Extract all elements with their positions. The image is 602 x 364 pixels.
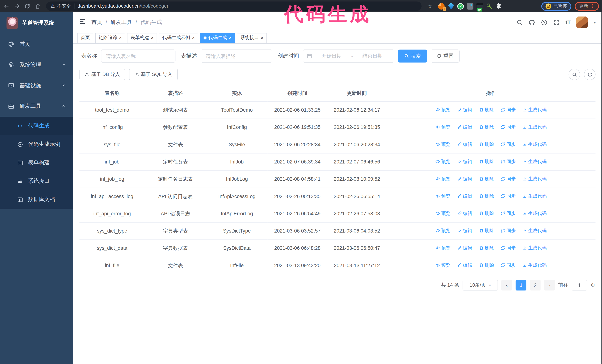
- preview-link[interactable]: 预览: [435, 261, 451, 269]
- toggle-search-button[interactable]: [569, 69, 580, 80]
- sidebar-item-system[interactable]: 系统管理: [0, 54, 73, 75]
- tab-close-icon[interactable]: ×: [229, 36, 232, 40]
- search-icon[interactable]: [516, 19, 523, 26]
- delete-link[interactable]: 删除: [479, 192, 494, 200]
- tab-close-icon[interactable]: ×: [192, 36, 195, 40]
- security-chip[interactable]: ⚠ 不安全: [51, 3, 71, 10]
- extension-grid-icon[interactable]: [467, 3, 473, 10]
- sync-link[interactable]: 同步: [501, 210, 516, 217]
- page-size-select[interactable]: 10条/页 ▾: [463, 280, 498, 291]
- tab-tracing[interactable]: 链路追踪×: [95, 33, 125, 43]
- next-page-button[interactable]: ›: [544, 280, 555, 291]
- extension-key-icon[interactable]: [486, 3, 493, 10]
- sync-link[interactable]: 同步: [501, 227, 516, 234]
- delete-link[interactable]: 删除: [479, 141, 494, 148]
- search-button[interactable]: 搜索: [398, 49, 427, 62]
- sidebar-item-infra[interactable]: 基础设施: [0, 75, 73, 96]
- font-size-icon[interactable]: tT: [566, 19, 571, 25]
- generate-code-link[interactable]: 生成代码: [522, 261, 547, 269]
- preview-link[interactable]: 预览: [435, 210, 451, 217]
- generate-code-link[interactable]: 生成代码: [522, 123, 547, 131]
- generate-code-link[interactable]: 生成代码: [522, 227, 547, 234]
- delete-link[interactable]: 删除: [479, 158, 494, 165]
- edit-link[interactable]: 编辑: [457, 227, 472, 234]
- delete-link[interactable]: 删除: [479, 244, 494, 252]
- preview-link[interactable]: 预览: [435, 141, 451, 148]
- sidebar-item-db-docs[interactable]: 数据库文档: [0, 190, 73, 209]
- edit-link[interactable]: 编辑: [457, 261, 472, 269]
- generate-code-link[interactable]: 生成代码: [522, 175, 547, 183]
- edit-link[interactable]: 编辑: [457, 175, 472, 183]
- edit-link[interactable]: 编辑: [457, 123, 472, 131]
- caret-down-icon[interactable]: ▾: [594, 20, 596, 25]
- import-db-button[interactable]: 基于 DB 导入: [79, 69, 125, 80]
- generate-code-link[interactable]: 生成代码: [522, 158, 547, 165]
- prev-page-button[interactable]: ‹: [501, 280, 512, 291]
- sync-link[interactable]: 同步: [501, 244, 516, 252]
- sidebar-item-system-api[interactable]: 系统接口: [0, 172, 73, 190]
- tab-home[interactable]: 首页: [77, 33, 93, 43]
- page-button-2[interactable]: 2: [530, 280, 540, 291]
- delete-link[interactable]: 删除: [479, 106, 494, 114]
- delete-link[interactable]: 删除: [479, 175, 494, 183]
- github-icon[interactable]: [529, 19, 535, 26]
- reset-button[interactable]: 重置: [431, 49, 460, 62]
- bookmark-star-icon[interactable]: ☆: [427, 3, 432, 10]
- sync-link[interactable]: 同步: [501, 141, 516, 148]
- generate-code-link[interactable]: 生成代码: [522, 210, 547, 217]
- tab-codegen-example[interactable]: 代码生成示例×: [159, 33, 198, 43]
- sidebar-item-form-builder[interactable]: 表单构建: [0, 154, 73, 172]
- tab-codegen[interactable]: 代码生成×: [200, 33, 235, 43]
- tab-close-icon[interactable]: ×: [119, 36, 122, 40]
- tab-close-icon[interactable]: ×: [261, 36, 263, 40]
- sync-link[interactable]: 同步: [501, 261, 516, 269]
- browser-reload-icon[interactable]: [24, 3, 31, 10]
- generate-code-link[interactable]: 生成代码: [522, 106, 547, 114]
- generate-code-link[interactable]: 生成代码: [522, 192, 547, 200]
- generate-code-link[interactable]: 生成代码: [522, 141, 547, 148]
- breadcrumb-devtools[interactable]: 研发工具: [111, 19, 132, 26]
- preview-link[interactable]: 预览: [435, 244, 451, 252]
- table-name-input[interactable]: [101, 49, 175, 62]
- tab-system-api[interactable]: 系统接口×: [237, 33, 267, 43]
- sync-link[interactable]: 同步: [501, 175, 516, 183]
- delete-link[interactable]: 删除: [479, 227, 494, 234]
- breadcrumb-home[interactable]: 首页: [91, 19, 102, 26]
- edit-link[interactable]: 编辑: [457, 244, 472, 252]
- kebab-menu-icon[interactable]: ⋮: [590, 3, 595, 9]
- app-logo[interactable]: 芋道管理系统: [0, 12, 73, 34]
- preview-link[interactable]: 预览: [435, 123, 451, 131]
- preview-link[interactable]: 预览: [435, 175, 451, 183]
- browser-forward-icon[interactable]: [13, 3, 20, 10]
- extension-check-icon[interactable]: ✓: [458, 3, 464, 10]
- browser-back-icon[interactable]: [3, 3, 10, 10]
- window-scrollbar[interactable]: [601, 12, 602, 364]
- goto-page-input[interactable]: [572, 280, 587, 291]
- help-icon[interactable]: [541, 19, 548, 26]
- edit-link[interactable]: 编辑: [457, 192, 472, 200]
- edit-link[interactable]: 编辑: [457, 158, 472, 165]
- avatar[interactable]: [576, 16, 588, 28]
- page-button-1[interactable]: 1: [516, 280, 527, 291]
- extensions-puzzle-icon[interactable]: [496, 3, 502, 10]
- edit-link[interactable]: 编辑: [457, 141, 472, 148]
- sync-link[interactable]: 同步: [501, 106, 516, 114]
- tab-form-builder[interactable]: 表单构建×: [127, 33, 157, 43]
- fullscreen-icon[interactable]: [553, 19, 560, 26]
- profile-paused-button[interactable]: 已暂停: [541, 2, 571, 10]
- sync-link[interactable]: 同步: [501, 123, 516, 131]
- import-sql-button[interactable]: 基于 SQL 导入: [129, 69, 178, 80]
- sync-link[interactable]: 同步: [501, 192, 516, 200]
- delete-link[interactable]: 删除: [479, 123, 494, 131]
- browser-home-icon[interactable]: [34, 3, 41, 10]
- date-range-picker[interactable]: 开始日期 - 结束日期: [303, 49, 394, 62]
- browser-update-button[interactable]: 更新 ⋮: [575, 2, 599, 10]
- delete-link[interactable]: 删除: [479, 210, 494, 217]
- sidebar-item-devtools[interactable]: 研发工具: [0, 96, 73, 117]
- preview-link[interactable]: 预览: [435, 227, 451, 234]
- sidebar-item-home[interactable]: 首页: [0, 34, 73, 54]
- extension-dark-icon[interactable]: on: [477, 3, 483, 10]
- preview-link[interactable]: 预览: [435, 192, 451, 200]
- generate-code-link[interactable]: 生成代码: [522, 244, 547, 252]
- preview-link[interactable]: 预览: [435, 106, 451, 114]
